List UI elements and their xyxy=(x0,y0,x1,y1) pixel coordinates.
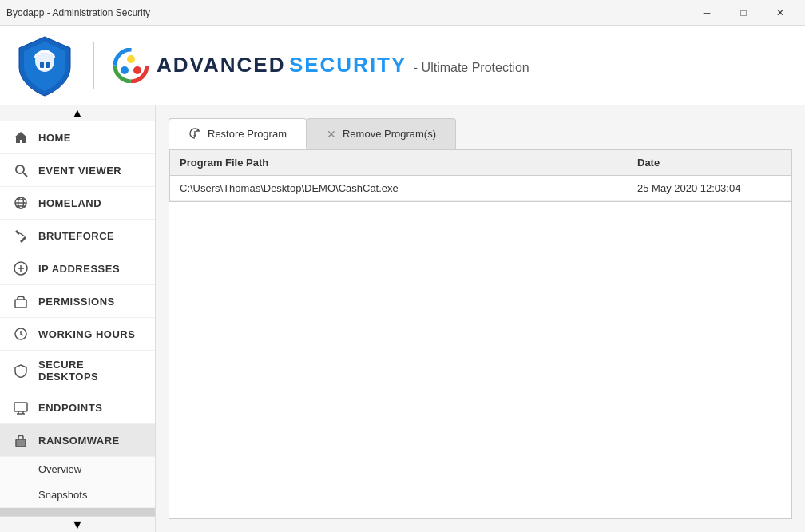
svg-rect-2 xyxy=(40,62,44,68)
close-button[interactable]: ✕ xyxy=(762,0,799,26)
shield-logo xyxy=(16,34,73,97)
tab-remove[interactable]: ✕ Remove Program(s) xyxy=(307,118,456,149)
sidebar-item-ip-addresses[interactable]: IP ADDRESSES xyxy=(0,252,155,285)
restore-button[interactable]: □ xyxy=(725,0,762,26)
sidebar-item-permissions[interactable]: PERMISSIONS xyxy=(0,285,155,318)
remove-icon: ✕ xyxy=(327,128,336,141)
sidebar-item-secure-desktops[interactable]: SECURE DESKTOPS xyxy=(0,351,155,391)
secure-desktops-icon xyxy=(13,363,29,379)
table-cell-path: C:\Users\Thomas\Desktop\DEMO\CashCat.exe xyxy=(180,182,637,194)
svg-line-17 xyxy=(20,233,25,236)
table-row[interactable]: C:\Users\Thomas\Desktop\DEMO\CashCat.exe… xyxy=(170,176,791,201)
table-header: Program File Path Date xyxy=(170,150,791,176)
titlebar-controls: ─ □ ✕ xyxy=(688,0,799,26)
svg-point-9 xyxy=(121,66,129,74)
minimize-button[interactable]: ─ xyxy=(688,0,725,26)
ip-addresses-icon xyxy=(13,260,29,276)
brand-name: ADVANCED SECURITY - Ultimate Protection xyxy=(157,53,529,77)
brand-name-part1: ADVANCED xyxy=(157,53,285,77)
svg-rect-18 xyxy=(15,300,26,308)
tab-content: Program File Path Date C:\Users\Thomas\D… xyxy=(169,149,792,519)
sidebar-item-ip-label: IP ADDRESSES xyxy=(38,263,120,275)
scroll-down-icon: ▼ xyxy=(71,518,84,532)
svg-point-10 xyxy=(16,165,24,173)
sub-item-overview[interactable]: Overview xyxy=(0,457,155,482)
tab-restore[interactable]: Restore Program xyxy=(169,118,307,149)
scroll-up-icon: ▲ xyxy=(71,106,84,121)
column-header-date: Date xyxy=(637,157,781,169)
svg-rect-20 xyxy=(14,403,27,411)
logo-divider xyxy=(93,42,94,89)
restore-icon xyxy=(188,127,201,140)
sidebar: ▲ HOME xyxy=(0,105,156,532)
tab-restore-label: Restore Program xyxy=(208,128,287,140)
sidebar-item-working-hours-label: WORKING HOURS xyxy=(38,328,135,340)
endpoints-icon xyxy=(13,399,29,415)
sidebar-item-bruteforce[interactable]: BRUTEFORCE xyxy=(0,220,155,252)
event-viewer-icon xyxy=(13,162,29,178)
ransomware-sub-items: Overview Snapshots Quarantine xyxy=(0,457,155,516)
bruteforce-icon xyxy=(13,228,29,244)
sub-item-snapshots[interactable]: Snapshots xyxy=(0,482,155,508)
svg-rect-3 xyxy=(46,62,50,68)
svg-point-7 xyxy=(127,55,135,63)
table-container: Program File Path Date C:\Users\Thomas\D… xyxy=(169,149,791,202)
sidebar-item-event-viewer[interactable]: EVENT VIEWER xyxy=(0,154,155,187)
content-panel: Restore Program ✕ Remove Program(s) Prog… xyxy=(169,118,792,519)
sidebar-item-working-hours[interactable]: WORKING HOURS xyxy=(0,318,155,351)
titlebar: Byodapp - Administration Security ─ □ ✕ xyxy=(0,0,805,26)
home-icon xyxy=(13,129,29,145)
main-content: Restore Program ✕ Remove Program(s) Prog… xyxy=(156,105,805,532)
sidebar-item-home-label: HOME xyxy=(38,132,71,144)
sidebar-scroll-up[interactable]: ▲ xyxy=(0,105,155,121)
header: ADVANCED SECURITY - Ultimate Protection xyxy=(0,26,805,105)
sidebar-item-ransomware-label: RANSOMWARE xyxy=(38,435,120,447)
body-container: ▲ HOME xyxy=(0,105,805,532)
sidebar-item-permissions-label: PERMISSIONS xyxy=(38,296,115,308)
working-hours-icon xyxy=(13,326,29,342)
sidebar-items: HOME EVENT VIEWER xyxy=(0,121,155,516)
sidebar-item-endpoints[interactable]: ENDPOINTS xyxy=(0,391,155,424)
sidebar-item-bruteforce-label: BRUTEFORCE xyxy=(38,230,114,242)
sidebar-item-endpoints-label: ENDPOINTS xyxy=(38,402,102,414)
homeland-icon xyxy=(13,195,29,211)
brand-logo: ADVANCED SECURITY - Ultimate Protection xyxy=(113,48,529,83)
tabs: Restore Program ✕ Remove Program(s) xyxy=(169,118,792,149)
sidebar-scroll-down[interactable]: ▼ xyxy=(0,516,155,532)
app-container: ADVANCED SECURITY - Ultimate Protection … xyxy=(0,26,805,532)
sidebar-item-event-viewer-label: EVENT VIEWER xyxy=(38,165,121,177)
sidebar-item-secure-desktops-label: SECURE DESKTOPS xyxy=(38,359,142,383)
svg-point-8 xyxy=(133,66,141,74)
permissions-icon xyxy=(13,293,29,309)
brand-name-part2: SECURITY xyxy=(289,53,406,77)
lock-icon xyxy=(13,432,29,448)
brand-subtitle: - Ultimate Protection xyxy=(414,61,529,74)
titlebar-title: Byodapp - Administration Security xyxy=(6,7,150,18)
sidebar-item-ransomware[interactable]: RANSOMWARE xyxy=(0,424,155,457)
svg-line-11 xyxy=(23,173,27,177)
svg-rect-24 xyxy=(16,439,26,447)
sub-item-quarantine[interactable]: Quarantine xyxy=(0,508,155,516)
sidebar-item-home[interactable]: HOME xyxy=(0,121,155,154)
tab-remove-label: Remove Program(s) xyxy=(343,128,436,140)
sidebar-item-homeland-label: HOMELAND xyxy=(38,197,101,209)
column-header-path: Program File Path xyxy=(180,157,637,169)
brand-circle-icon xyxy=(113,48,149,83)
table-cell-date: 25 May 2020 12:03:04 xyxy=(637,182,781,194)
svg-point-26 xyxy=(194,135,196,137)
sidebar-item-homeland[interactable]: HOMELAND xyxy=(0,187,155,220)
